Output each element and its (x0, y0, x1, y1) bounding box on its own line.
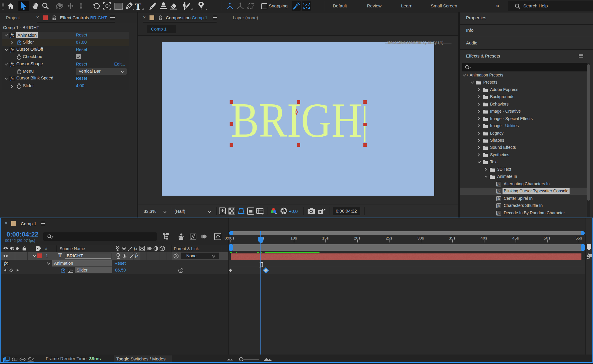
svg-text:BRIGH: BRIGH (231, 97, 362, 144)
